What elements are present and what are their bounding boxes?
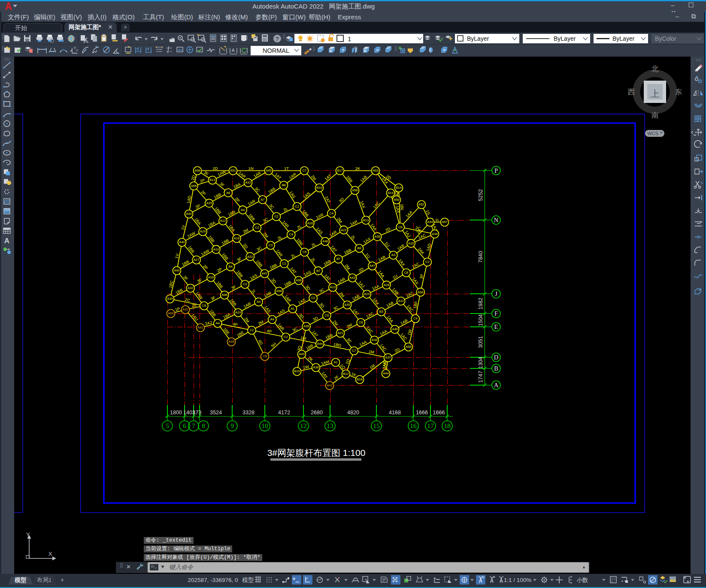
svg-text:A32: A32	[188, 286, 193, 290]
svg-text:ByLayer: ByLayer	[554, 35, 576, 42]
svg-text:C5: C5	[303, 250, 307, 254]
svg-text:A28: A28	[384, 283, 389, 287]
svg-text:18: 18	[444, 422, 451, 429]
svg-text:ByLayer: ByLayer	[467, 35, 489, 42]
svg-text:B3: B3	[379, 310, 383, 314]
svg-text:1AB: 1AB	[391, 287, 400, 296]
svg-text:C2: C2	[295, 205, 299, 208]
svg-text:C8: C8	[359, 320, 363, 324]
svg-text:1:1 / 100%: 1:1 / 100%	[504, 577, 532, 583]
svg-text:B13: B13	[209, 178, 215, 182]
svg-text:2P: 2P	[200, 190, 206, 196]
svg-text:1AM: 1AM	[321, 359, 330, 366]
svg-text:A43: A43	[349, 276, 355, 280]
svg-text:A15: A15	[408, 241, 414, 245]
svg-text:3D: 3D	[312, 316, 318, 322]
svg-text:A4: A4	[257, 300, 261, 304]
svg-text:1AT: 1AT	[274, 172, 282, 181]
svg-text:A31: A31	[247, 255, 253, 259]
svg-text:A13: A13	[330, 285, 336, 289]
svg-text:5H: 5H	[270, 342, 277, 348]
svg-text:B17: B17	[337, 169, 342, 172]
svg-text:C2: C2	[274, 214, 279, 218]
svg-text:ByColor: ByColor	[655, 35, 676, 42]
svg-text:C2: C2	[250, 328, 254, 332]
svg-text:A29: A29	[200, 229, 206, 233]
svg-text:E: E	[494, 323, 498, 330]
svg-text:1M: 1M	[369, 363, 376, 370]
svg-text:ByLayer: ByLayer	[612, 35, 635, 42]
svg-text:J: J	[495, 290, 497, 297]
svg-text:模型: 模型	[15, 577, 27, 583]
svg-text:4P: 4P	[267, 329, 272, 334]
svg-text:3D: 3D	[298, 313, 305, 320]
svg-text:2P: 2P	[234, 196, 240, 203]
svg-text:A56: A56	[296, 278, 301, 282]
svg-text:3F: 3F	[182, 275, 189, 281]
svg-text:2L: 2L	[310, 257, 316, 263]
svg-text:C4: C4	[289, 232, 293, 236]
svg-text:2L: 2L	[350, 235, 356, 241]
svg-text:3C: 3C	[318, 287, 325, 294]
svg-text:2M: 2M	[242, 228, 249, 234]
svg-text:A34: A34	[432, 232, 437, 236]
svg-text:B8: B8	[282, 183, 285, 187]
svg-text:15: 15	[373, 422, 380, 429]
svg-text:C2: C2	[425, 260, 430, 264]
svg-text:A57: A57	[442, 220, 447, 224]
svg-text:?: ?	[276, 36, 279, 42]
svg-text:5: 5	[166, 422, 169, 429]
svg-text:A46: A46	[228, 340, 234, 344]
svg-text:A37: A37	[385, 356, 391, 359]
svg-text:C8: C8	[202, 304, 206, 308]
svg-text:1800: 1800	[170, 410, 182, 416]
svg-text:13: 13	[327, 422, 333, 429]
svg-text:Y: Y	[76, 49, 78, 52]
svg-text:12: 12	[300, 422, 307, 429]
svg-text:A53: A53	[373, 169, 378, 172]
svg-text:C7: C7	[302, 169, 306, 172]
svg-text:2M: 2M	[332, 320, 339, 326]
svg-text:A56: A56	[221, 293, 227, 297]
svg-text:1S: 1S	[425, 209, 431, 216]
svg-text:A12: A12	[398, 299, 403, 303]
svg-text:3F: 3F	[236, 256, 242, 262]
svg-text:A56: A56	[352, 188, 358, 192]
svg-text:A22: A22	[341, 228, 346, 232]
svg-text:7: 7	[192, 422, 195, 429]
svg-text:1AJ: 1AJ	[358, 280, 365, 289]
svg-text:1304: 1304	[478, 357, 484, 369]
svg-text:6: 6	[183, 422, 186, 429]
svg-text:A37: A37	[182, 308, 188, 311]
svg-text:2M: 2M	[346, 323, 353, 329]
svg-text:3C: 3C	[256, 246, 262, 252]
svg-text:北: 北	[651, 65, 659, 73]
svg-text:A21: A21	[337, 331, 343, 335]
svg-text:2D: 2D	[358, 267, 365, 273]
svg-text:A56: A56	[194, 169, 200, 172]
svg-text:A10: A10	[213, 247, 219, 251]
svg-text:2L: 2L	[277, 235, 283, 241]
svg-text:3F: 3F	[203, 170, 209, 176]
svg-text:A42: A42	[327, 383, 332, 387]
svg-text:1U: 1U	[384, 241, 390, 248]
svg-text:16: 16	[410, 422, 417, 429]
svg-text:A46: A46	[322, 239, 328, 243]
svg-text:17: 17	[427, 422, 434, 429]
svg-text:A47: A47	[370, 264, 375, 268]
svg-text:2M: 2M	[336, 217, 343, 224]
svg-text:C4: C4	[413, 317, 418, 320]
svg-text:2D: 2D	[394, 347, 400, 353]
svg-text:N: N	[494, 217, 499, 223]
svg-text:2D: 2D	[213, 166, 218, 171]
svg-text:A34: A34	[427, 220, 433, 224]
svg-text:A44: A44	[317, 342, 323, 346]
svg-text:A41: A41	[197, 326, 203, 329]
svg-text:4820: 4820	[347, 410, 359, 416]
svg-text:3F: 3F	[197, 278, 203, 284]
svg-text:2M: 2M	[310, 174, 317, 181]
svg-text:A29: A29	[364, 292, 370, 296]
svg-text:2K: 2K	[355, 166, 361, 171]
svg-text:1K: 1K	[351, 372, 357, 378]
svg-text:A8: A8	[226, 191, 230, 195]
